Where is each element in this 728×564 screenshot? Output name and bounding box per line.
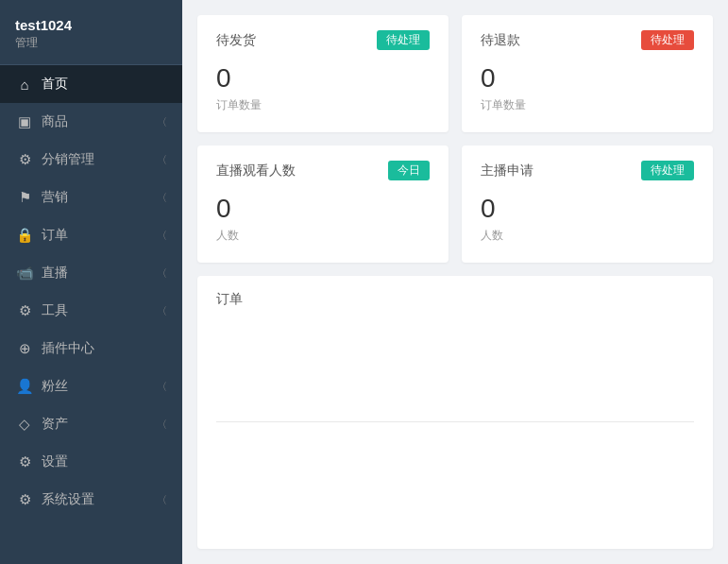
sidebar-item-fans[interactable]: 👤粉丝〈: [0, 367, 182, 405]
username: test1024: [15, 17, 167, 33]
main-content: 待发货待处理0订单数量待退款待处理0订单数量直播观看人数今日0人数主播申请待处理…: [182, 0, 728, 564]
card-sub-pending-refund: 订单数量: [481, 97, 694, 113]
card-sub-live-viewers: 人数: [216, 228, 430, 244]
sidebar-label-assets: 资产: [42, 416, 157, 433]
chevron-right-icon: 〈: [157, 493, 167, 507]
card-value-pending-ship: 0: [216, 63, 430, 94]
sidebar-label-goods: 商品: [42, 113, 157, 130]
sidebar-item-distribution[interactable]: ⚙分销管理〈: [0, 141, 182, 179]
sidebar-nav: ⌂首页▣商品〈⚙分销管理〈⚑营销〈🔒订单〈📹直播〈⚙工具〈⊕插件中心👤粉丝〈◇资…: [0, 65, 182, 564]
card-title-pending-refund: 待退款: [481, 32, 520, 49]
chevron-right-icon: 〈: [157, 380, 167, 394]
sidebar-item-order[interactable]: 🔒订单〈: [0, 216, 182, 254]
chevron-right-icon: 〈: [157, 229, 167, 243]
sidebar-label-distribution: 分销管理: [42, 151, 157, 168]
card-badge-pending-refund: 待处理: [641, 30, 694, 50]
card-header-pending-refund: 待退款待处理: [481, 30, 694, 50]
card-title-anchor-apply: 主播申请: [481, 162, 533, 179]
card-sub-pending-ship: 订单数量: [216, 97, 430, 113]
sidebar-item-tools[interactable]: ⚙工具〈: [0, 292, 182, 330]
sidebar-label-sysconfig: 系统设置: [42, 491, 157, 508]
fans-icon: 👤: [15, 378, 34, 395]
tools-icon: ⚙: [15, 302, 34, 319]
card-badge-pending-ship: 待处理: [377, 30, 430, 50]
card-value-pending-refund: 0: [481, 63, 694, 94]
sidebar-label-tools: 工具: [42, 302, 157, 319]
sidebar-item-sysconfig[interactable]: ⚙系统设置〈: [0, 481, 182, 519]
card-header-pending-ship: 待发货待处理: [216, 30, 430, 50]
home-icon: ⌂: [15, 77, 34, 93]
chevron-right-icon: 〈: [157, 153, 167, 167]
chevron-right-icon: 〈: [157, 418, 167, 432]
live-icon: 📹: [15, 265, 34, 282]
order-divider: [216, 421, 694, 422]
sysconfig-icon: ⚙: [15, 491, 34, 508]
chevron-right-icon: 〈: [157, 266, 167, 281]
card-sub-anchor-apply: 人数: [481, 228, 694, 244]
sidebar-item-settings[interactable]: ⚙设置: [0, 443, 182, 481]
order-section: 订单: [197, 276, 713, 549]
sidebar-item-live[interactable]: 📹直播〈: [0, 254, 182, 292]
sidebar-item-home[interactable]: ⌂首页: [0, 65, 182, 103]
chevron-right-icon: 〈: [157, 115, 167, 129]
card-value-anchor-apply: 0: [481, 194, 694, 224]
sidebar-item-assets[interactable]: ◇资产〈: [0, 405, 182, 443]
cards-grid: 待发货待处理0订单数量待退款待处理0订单数量直播观看人数今日0人数主播申请待处理…: [197, 15, 713, 263]
sidebar-label-live: 直播: [42, 265, 157, 282]
card-live-viewers: 直播观看人数今日0人数: [197, 145, 449, 263]
card-pending-refund: 待退款待处理0订单数量: [462, 15, 713, 132]
sidebar-label-fans: 粉丝: [42, 378, 157, 395]
user-info: test1024 管理: [0, 0, 182, 65]
sidebar-label-plugins: 插件中心: [42, 340, 167, 357]
chevron-right-icon: 〈: [157, 304, 167, 318]
card-badge-live-viewers: 今日: [388, 161, 430, 180]
order-icon: 🔒: [15, 227, 34, 244]
settings-icon: ⚙: [15, 453, 34, 470]
card-value-live-viewers: 0: [216, 194, 430, 224]
card-anchor-apply: 主播申请待处理0人数: [462, 145, 713, 263]
card-title-live-viewers: 直播观看人数: [216, 162, 296, 179]
sidebar-item-plugins[interactable]: ⊕插件中心: [0, 330, 182, 367]
sidebar-label-order: 订单: [42, 227, 157, 244]
sidebar-item-marketing[interactable]: ⚑营销〈: [0, 179, 182, 216]
sidebar-label-settings: 设置: [42, 453, 167, 470]
sidebar-item-goods[interactable]: ▣商品〈: [0, 103, 182, 141]
order-section-title: 订单: [216, 291, 694, 308]
card-title-pending-ship: 待发货: [216, 32, 256, 49]
distribution-icon: ⚙: [15, 151, 34, 168]
chevron-right-icon: 〈: [157, 191, 167, 205]
sidebar-label-marketing: 营销: [42, 189, 157, 206]
user-role: 管理: [15, 35, 167, 51]
marketing-icon: ⚑: [15, 189, 34, 206]
sidebar-label-home: 首页: [42, 76, 167, 93]
goods-icon: ▣: [15, 113, 34, 130]
sidebar: test1024 管理 ⌂首页▣商品〈⚙分销管理〈⚑营销〈🔒订单〈📹直播〈⚙工具…: [0, 0, 182, 564]
plugins-icon: ⊕: [15, 340, 34, 357]
card-pending-ship: 待发货待处理0订单数量: [197, 15, 449, 132]
assets-icon: ◇: [15, 416, 34, 433]
card-header-live-viewers: 直播观看人数今日: [216, 161, 430, 180]
card-header-anchor-apply: 主播申请待处理: [481, 161, 694, 180]
card-badge-anchor-apply: 待处理: [641, 161, 694, 180]
